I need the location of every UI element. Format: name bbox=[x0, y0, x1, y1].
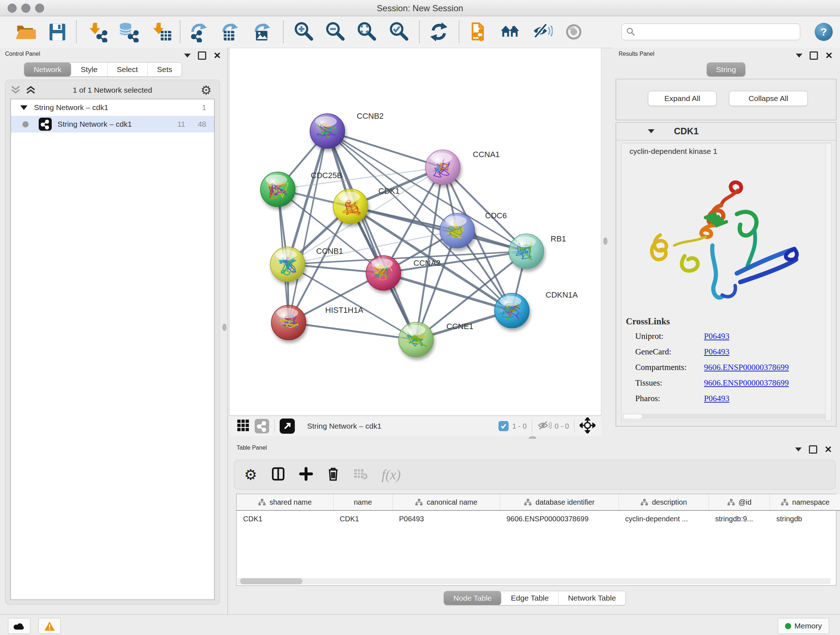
edge-CCNB2-HIST1H1A[interactable] bbox=[289, 131, 327, 323]
tab-node-table[interactable]: Node Table bbox=[444, 591, 501, 605]
help-button[interactable]: ? bbox=[815, 23, 833, 41]
import-table-file-button[interactable] bbox=[151, 21, 172, 42]
import-network-database-button[interactable] bbox=[118, 21, 139, 42]
column-header-name[interactable]: name bbox=[333, 494, 393, 510]
table-cell[interactable]: P06493 bbox=[393, 510, 500, 527]
tab-network[interactable]: Network bbox=[24, 63, 71, 76]
results-panel-float-icon[interactable] bbox=[810, 51, 818, 60]
edge-CCNB2-CCNA1[interactable] bbox=[327, 131, 443, 167]
table-hscrollbar[interactable] bbox=[237, 578, 831, 584]
save-session-button[interactable] bbox=[47, 21, 68, 42]
crosslink-link[interactable]: 9606.ENSP00000378699 bbox=[704, 378, 789, 388]
tab-edge-table[interactable]: Edge Table bbox=[501, 591, 559, 605]
refresh-view-button[interactable] bbox=[428, 21, 449, 42]
network-row[interactable]: String Network – cdk1 11 48 bbox=[11, 116, 214, 133]
results-panel-close-icon[interactable]: ✕ bbox=[825, 52, 833, 59]
table-cell[interactable]: cyclin-dependent ... bbox=[619, 510, 709, 527]
hide-panel-button[interactable] bbox=[532, 21, 553, 42]
crosslink-label: GeneCard: bbox=[635, 347, 704, 356]
column-header-database-identifier[interactable]: database identifier bbox=[500, 494, 619, 510]
node-CDKN1A[interactable]: CDKN1A bbox=[494, 290, 578, 328]
control-panel-close-icon[interactable]: ✕ bbox=[213, 52, 221, 59]
column-header-canonical-name[interactable]: canonical name bbox=[393, 494, 500, 510]
node-label-CCNB2: CCNB2 bbox=[357, 111, 384, 120]
node-RB1[interactable]: RB1 bbox=[509, 234, 566, 269]
collapse-all-button[interactable]: Collapse All bbox=[729, 91, 808, 106]
results-vscrollbar[interactable] bbox=[826, 143, 831, 421]
results-panel-menu-icon[interactable] bbox=[796, 54, 802, 57]
node-CCNE1[interactable]: CCNE1 bbox=[399, 322, 474, 357]
export-network-button[interactable] bbox=[189, 21, 210, 42]
column-header--id[interactable]: @id bbox=[709, 494, 770, 510]
warning-button[interactable] bbox=[38, 618, 61, 634]
open-in-window-icon[interactable] bbox=[279, 418, 295, 434]
pan-crosshair-icon[interactable] bbox=[579, 417, 595, 435]
open-session-button[interactable] bbox=[15, 21, 36, 42]
home-pages-button[interactable] bbox=[500, 21, 521, 42]
network-canvas[interactable]: CCNB2CCNA1CDC25BCDK1CDC6RB1CCNB1CCNA2CDK… bbox=[229, 48, 601, 416]
share-document-button[interactable] bbox=[468, 21, 489, 42]
network-node-count: 11 bbox=[167, 120, 185, 128]
network-options-gear-icon[interactable]: ⚙ bbox=[201, 83, 212, 97]
table-cell[interactable]: CDK1 bbox=[237, 510, 333, 527]
control-panel-menu-icon[interactable] bbox=[184, 54, 191, 57]
column-header-description[interactable]: description bbox=[619, 494, 709, 510]
memory-button[interactable]: Memory bbox=[778, 618, 829, 634]
table-panel-float-icon[interactable] bbox=[809, 445, 817, 454]
table-panel-close-icon[interactable]: ✕ bbox=[824, 447, 832, 453]
gene-collapse-icon[interactable] bbox=[648, 129, 654, 133]
import-network-file-button[interactable] bbox=[88, 21, 109, 42]
selected-checkbox-icon[interactable] bbox=[499, 421, 508, 431]
cloud-button[interactable] bbox=[8, 618, 30, 634]
results-hscrollbar[interactable] bbox=[623, 414, 826, 419]
table-panel-menu-icon[interactable] bbox=[795, 448, 802, 451]
expand-all-button[interactable]: Expand All bbox=[648, 91, 717, 106]
search-input[interactable] bbox=[622, 24, 800, 40]
birdseye-grid-icon[interactable] bbox=[237, 419, 249, 433]
crosslink-link[interactable]: P06493 bbox=[704, 394, 729, 403]
node-CCNA1[interactable]: CCNA1 bbox=[425, 150, 500, 185]
table-cell[interactable]: stringdb bbox=[770, 510, 840, 527]
table-cell[interactable]: 9606.ENSP00000378699 bbox=[500, 510, 619, 527]
table-panel: Table Panel ✕ ⚙ f(x) bbox=[229, 439, 840, 614]
network-overview-icon[interactable] bbox=[255, 419, 269, 433]
main-toolbar: ? bbox=[0, 16, 840, 48]
tab-style[interactable]: Style bbox=[71, 63, 107, 76]
node-HIST1H1A[interactable]: HIST1H1A bbox=[271, 305, 363, 340]
selected-node-edge-counts: 1 - 0 bbox=[512, 422, 527, 431]
tab-sets[interactable]: Sets bbox=[148, 63, 182, 76]
node-label-CDKN1A: CDKN1A bbox=[546, 290, 578, 299]
table-columns-icon[interactable] bbox=[271, 467, 286, 483]
crosslink-link[interactable]: 9606.ENSP00000378699 bbox=[704, 363, 789, 372]
left-splitter-handle[interactable] bbox=[223, 324, 226, 331]
zoom-selected-button[interactable] bbox=[388, 21, 409, 42]
table-row[interactable]: CDK1CDK1P064939606.ENSP00000378699cyclin… bbox=[237, 510, 840, 527]
column-header-shared-name[interactable]: shared name bbox=[237, 494, 333, 510]
control-panel-float-icon[interactable] bbox=[198, 51, 206, 60]
right-splitter-handle[interactable] bbox=[603, 238, 607, 245]
tab-select[interactable]: Select bbox=[107, 63, 148, 76]
table-cell[interactable]: stringdb:9... bbox=[709, 510, 770, 527]
column-header-namespace[interactable]: namespace bbox=[770, 494, 840, 510]
network-collection-row[interactable]: String Network – cdk1 1 bbox=[11, 99, 214, 116]
inactive-eye-button[interactable] bbox=[563, 21, 584, 42]
zoom-in-button[interactable] bbox=[294, 21, 314, 42]
zoom-out-button[interactable] bbox=[325, 21, 346, 42]
node-CDK1[interactable]: CDK1 bbox=[333, 187, 400, 224]
export-image-button[interactable] bbox=[252, 21, 273, 42]
tab-network-table[interactable]: Network Table bbox=[559, 591, 625, 605]
table-delete-icon[interactable] bbox=[327, 466, 340, 483]
edge-HIST1H1A-CCNE1[interactable] bbox=[289, 323, 416, 340]
gene-header[interactable]: CDK1 bbox=[616, 123, 836, 141]
collection-expand-icon[interactable] bbox=[20, 105, 27, 110]
table-cell[interactable]: CDK1 bbox=[333, 510, 393, 527]
zoom-fit-button[interactable] bbox=[356, 21, 377, 42]
export-table-button[interactable] bbox=[220, 21, 241, 42]
crosslink-link[interactable]: P06493 bbox=[704, 332, 729, 341]
crosslinks-list: Uniprot:P06493GeneCard:P06493Compartment… bbox=[635, 332, 827, 409]
table-settings-gear-icon[interactable]: ⚙ bbox=[244, 467, 257, 482]
crosslink-link[interactable]: P06493 bbox=[704, 347, 729, 356]
network-view-title: String Network – cdk1 bbox=[307, 422, 381, 431]
tab-string[interactable]: String bbox=[707, 63, 745, 76]
table-add-icon[interactable] bbox=[299, 467, 313, 482]
